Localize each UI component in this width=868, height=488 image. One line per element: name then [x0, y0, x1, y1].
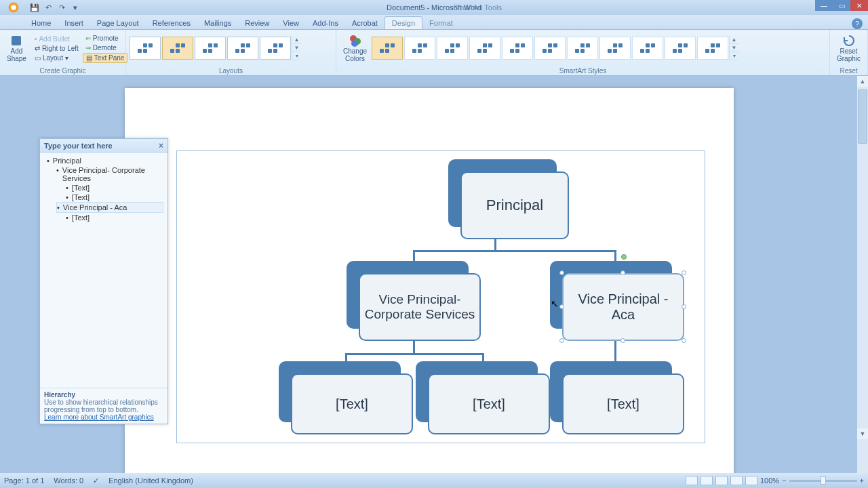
- tab-acrobat[interactable]: Acrobat: [345, 17, 384, 29]
- reset-graphic-button[interactable]: Reset Graphic: [833, 33, 865, 64]
- view-full-screen[interactable]: [701, 476, 713, 485]
- style-option-2[interactable]: [404, 37, 435, 60]
- layout-option-5[interactable]: [260, 37, 291, 60]
- zoom-in-button[interactable]: +: [860, 476, 864, 485]
- text-pane[interactable]: Type your text here × Principal Vice Pri…: [39, 138, 168, 424]
- text-pane-list[interactable]: Principal Vice Principal- Corporate Serv…: [40, 153, 167, 388]
- tab-references[interactable]: References: [146, 17, 197, 29]
- style-option-4[interactable]: [469, 37, 500, 60]
- layouts-scroll-down[interactable]: ▼: [292, 44, 301, 52]
- styles-scroll-up[interactable]: ▲: [730, 36, 738, 44]
- style-option-11[interactable]: [697, 37, 728, 60]
- list-item[interactable]: [Text]: [66, 183, 163, 192]
- view-web-layout[interactable]: [715, 476, 728, 485]
- node-vp-aca[interactable]: Vice Principal - Aca: [550, 261, 684, 341]
- add-bullet-button[interactable]: •Add Bullet: [32, 35, 81, 43]
- tab-addins[interactable]: Add-Ins: [306, 17, 345, 29]
- list-item[interactable]: Principal: [47, 156, 163, 165]
- style-option-5[interactable]: [502, 37, 533, 60]
- rotation-handle[interactable]: [621, 254, 627, 260]
- node-principal[interactable]: Principal: [448, 159, 569, 238]
- tab-format[interactable]: Format: [422, 17, 460, 29]
- resize-handle[interactable]: [620, 338, 625, 343]
- add-shape-icon: [9, 34, 23, 47]
- zoom-level[interactable]: 100%: [760, 476, 779, 485]
- minimize-button[interactable]: —: [815, 0, 833, 11]
- text-pane-button[interactable]: ▤Text Pane: [83, 53, 127, 63]
- resize-handle[interactable]: [559, 304, 564, 309]
- list-item[interactable]: Vice Principal- Corporate Services: [56, 165, 163, 183]
- office-button[interactable]: [3, 0, 24, 15]
- view-draft[interactable]: [745, 476, 757, 485]
- layout-option-4[interactable]: [227, 37, 258, 60]
- spellcheck-icon[interactable]: ✓: [93, 476, 99, 485]
- tab-home[interactable]: Home: [24, 17, 58, 29]
- style-option-10[interactable]: [665, 37, 696, 60]
- scroll-thumb[interactable]: [858, 89, 867, 144]
- tab-review[interactable]: Review: [238, 17, 276, 29]
- scroll-down-icon[interactable]: ▼: [857, 428, 868, 439]
- demote-button[interactable]: ⇒Demote: [83, 43, 127, 52]
- view-print-layout[interactable]: [686, 476, 698, 485]
- style-option-7[interactable]: [567, 37, 598, 60]
- page-indicator[interactable]: Page: 1 of 1: [4, 476, 44, 485]
- style-option-1[interactable]: [372, 37, 403, 60]
- tab-mailings[interactable]: Mailings: [197, 17, 238, 29]
- node-leaf-1[interactable]: [Text]: [279, 361, 413, 434]
- tab-design[interactable]: Design: [384, 16, 422, 29]
- maximize-button[interactable]: ▭: [833, 0, 850, 11]
- styles-scroll-down[interactable]: ▼: [730, 44, 738, 52]
- resize-handle[interactable]: [559, 270, 564, 275]
- resize-handle[interactable]: [620, 270, 625, 275]
- save-icon[interactable]: 💾: [28, 1, 41, 14]
- style-option-3[interactable]: [437, 37, 468, 60]
- smartart-canvas[interactable]: Principal Vice Principal- Corporate Serv…: [176, 150, 705, 443]
- word-count[interactable]: Words: 0: [54, 476, 83, 485]
- view-outline[interactable]: [730, 476, 743, 485]
- layout-option-1[interactable]: [130, 37, 161, 60]
- change-colors-button[interactable]: Change Colors: [339, 33, 371, 64]
- node-leaf-2[interactable]: [Text]: [416, 361, 550, 434]
- layouts-more[interactable]: ▾: [292, 52, 301, 60]
- list-item[interactable]: [Text]: [66, 192, 163, 202]
- zoom-slider[interactable]: [789, 480, 857, 482]
- layout-option-3[interactable]: [195, 37, 226, 60]
- resize-handle[interactable]: [559, 338, 564, 343]
- qat-dropdown-icon[interactable]: ▾: [69, 1, 81, 14]
- add-shape-button[interactable]: Add Shape: [3, 33, 31, 64]
- vertical-scrollbar[interactable]: ▲ ▼: [857, 76, 868, 473]
- title-bar: 💾 ↶ ↷ ▾ Document5 - Microsoft Word Smart…: [0, 0, 868, 15]
- right-to-left-button[interactable]: ⇄Right to Left: [32, 44, 81, 53]
- resize-handle[interactable]: [682, 338, 686, 343]
- resize-handle[interactable]: [682, 304, 686, 309]
- node-leaf-3[interactable]: [Text]: [550, 361, 684, 434]
- style-option-8[interactable]: [599, 37, 631, 60]
- tab-insert[interactable]: Insert: [58, 17, 90, 29]
- language-indicator[interactable]: English (United Kingdom): [108, 476, 193, 485]
- redo-icon[interactable]: ↷: [56, 1, 68, 14]
- tab-view[interactable]: View: [276, 17, 306, 29]
- node-label: [Text]: [607, 396, 639, 412]
- close-button[interactable]: ✕: [850, 0, 868, 11]
- connector: [494, 238, 496, 250]
- styles-more[interactable]: ▾: [730, 52, 738, 60]
- style-option-6[interactable]: [534, 37, 566, 60]
- node-vp-corporate[interactable]: Vice Principal- Corporate Services: [347, 261, 481, 341]
- text-pane-close-icon[interactable]: ×: [159, 141, 163, 150]
- list-item[interactable]: Vice Principal - Aca: [56, 202, 163, 213]
- tab-page-layout[interactable]: Page Layout: [90, 17, 146, 29]
- layouts-scroll-up[interactable]: ▲: [292, 36, 301, 44]
- help-icon[interactable]: ?: [852, 18, 863, 29]
- layout-button[interactable]: ▭Layout▾: [32, 54, 81, 62]
- undo-icon[interactable]: ↶: [42, 1, 54, 14]
- zoom-out-button[interactable]: −: [782, 476, 786, 485]
- list-item[interactable]: [Text]: [66, 213, 163, 222]
- style-option-9[interactable]: [632, 37, 663, 60]
- resize-handle[interactable]: [682, 270, 686, 275]
- node-label: Vice Principal - Aca: [566, 291, 680, 323]
- layout-option-2[interactable]: [162, 37, 193, 60]
- promote-button[interactable]: ⇐Promote: [83, 34, 127, 43]
- scroll-up-icon[interactable]: ▲: [857, 76, 868, 87]
- learn-more-link[interactable]: Learn more about SmartArt graphics: [44, 413, 154, 421]
- connector: [345, 353, 484, 355]
